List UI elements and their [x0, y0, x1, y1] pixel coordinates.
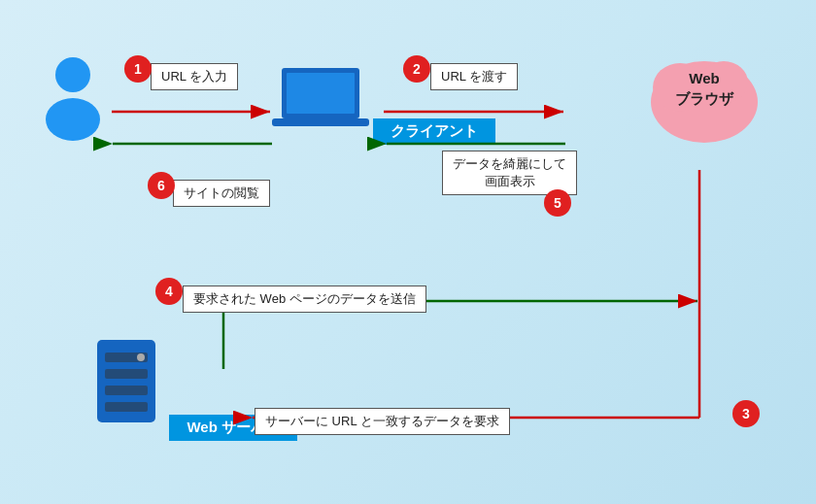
diagram-container: クライアント Web ブラウザ Web サーバー 1 [0, 0, 816, 504]
step-2-badge: 2 [403, 55, 430, 83]
step-5-badge: 5 [544, 189, 571, 217]
step-6-badge: 6 [148, 172, 175, 199]
step-4-badge: 4 [155, 278, 183, 305]
step-3-badge: 3 [732, 400, 760, 427]
step-1-label: URL を入力 [151, 63, 238, 90]
step-6-label: サイトの閲覧 [173, 180, 270, 207]
step-1-badge: 1 [124, 55, 152, 83]
step-4-label: 要求された Web ページのデータを送信 [183, 286, 426, 313]
step-3-label: サーバーに URL と一致するデータを要求 [255, 408, 510, 435]
step-2-label: URL を渡す [430, 63, 518, 90]
